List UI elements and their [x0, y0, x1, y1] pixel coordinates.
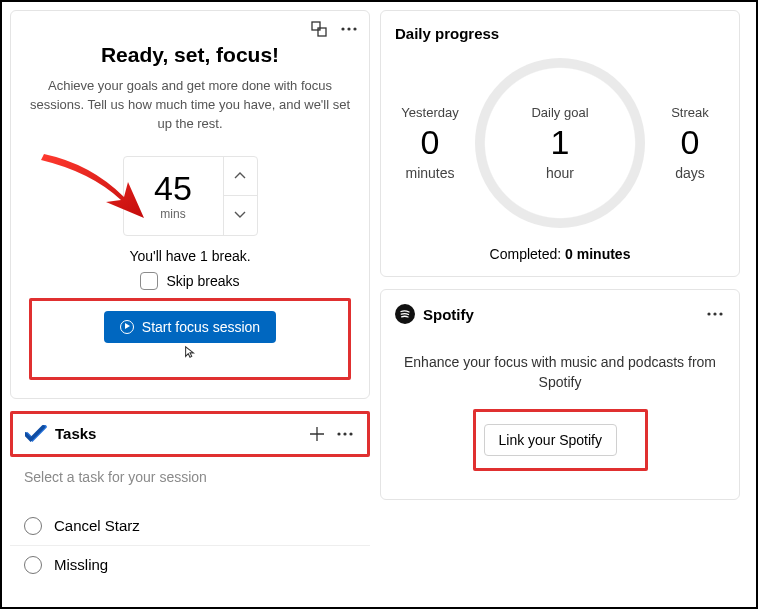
spotify-highlight: Link your Spotify	[473, 409, 648, 471]
tasks-icon	[25, 425, 47, 443]
skip-breaks-checkbox[interactable]	[140, 272, 158, 290]
tasks-hint: Select a task for your session	[10, 469, 370, 495]
expand-icon[interactable]	[309, 19, 329, 39]
decrease-button[interactable]	[223, 196, 257, 235]
completed-text: Completed: 0 minutes	[395, 246, 725, 262]
streak-stat: Streak 0 days	[655, 105, 725, 181]
yesterday-stat: Yesterday 0 minutes	[395, 105, 465, 181]
increase-button[interactable]	[223, 157, 257, 197]
start-label: Start focus session	[142, 319, 260, 335]
svg-point-6	[343, 432, 346, 435]
daily-progress-card: Daily progress Yesterday 0 minutes Daily…	[380, 10, 740, 277]
svg-point-7	[349, 432, 352, 435]
start-highlight: Start focus session	[29, 298, 351, 380]
more-icon[interactable]	[339, 19, 359, 39]
time-value: 45	[154, 171, 192, 205]
svg-point-2	[341, 27, 344, 30]
focus-subtitle: Achieve your goals and get more done wit…	[29, 77, 351, 134]
svg-point-3	[347, 27, 350, 30]
svg-point-4	[353, 27, 356, 30]
task-radio[interactable]	[24, 556, 42, 574]
streak-unit: days	[655, 165, 725, 181]
yesterday-unit: minutes	[395, 165, 465, 181]
time-stepper[interactable]: 45 mins	[123, 156, 258, 236]
svg-point-9	[713, 312, 716, 315]
time-unit: mins	[160, 207, 185, 221]
completed-value: 0 minutes	[565, 246, 630, 262]
yesterday-value: 0	[395, 124, 465, 161]
task-item[interactable]: Cancel Starz	[10, 507, 370, 546]
svg-point-8	[707, 312, 710, 315]
svg-rect-0	[312, 22, 320, 30]
break-text: You'll have 1 break.	[29, 248, 351, 264]
spotify-icon	[395, 304, 415, 324]
svg-rect-1	[318, 28, 326, 36]
add-task-button[interactable]	[307, 424, 327, 444]
task-label: Cancel Starz	[54, 517, 140, 534]
skip-breaks-label: Skip breaks	[166, 273, 239, 289]
daily-progress-title: Daily progress	[395, 25, 725, 42]
svg-point-10	[719, 312, 722, 315]
tasks-more-icon[interactable]	[335, 424, 355, 444]
focus-card: Ready, set, focus! Achieve your goals an…	[10, 10, 370, 399]
spotify-card: Spotify Enhance your focus with music an…	[380, 289, 740, 500]
svg-point-5	[337, 432, 340, 435]
streak-label: Streak	[655, 105, 725, 120]
cursor-icon	[183, 345, 197, 359]
spotify-brand: Spotify	[423, 306, 474, 323]
start-focus-button[interactable]: Start focus session	[104, 311, 276, 343]
yesterday-label: Yesterday	[395, 105, 465, 120]
task-item[interactable]: Missling	[10, 546, 370, 584]
progress-ring: Daily goal 1 hour	[475, 58, 645, 228]
goal-value: 1	[551, 124, 570, 161]
spotify-body: Enhance your focus with music and podcas…	[395, 352, 725, 393]
completed-prefix: Completed:	[490, 246, 565, 262]
tasks-highlight: Tasks	[10, 411, 370, 457]
spotify-more-icon[interactable]	[705, 304, 725, 324]
task-label: Missling	[54, 556, 108, 573]
streak-value: 0	[655, 124, 725, 161]
goal-label: Daily goal	[531, 105, 588, 120]
goal-unit: hour	[546, 165, 574, 181]
focus-title: Ready, set, focus!	[29, 43, 351, 67]
task-radio[interactable]	[24, 517, 42, 535]
tasks-title: Tasks	[55, 425, 299, 442]
play-icon	[120, 320, 134, 334]
link-spotify-button[interactable]: Link your Spotify	[484, 424, 618, 456]
